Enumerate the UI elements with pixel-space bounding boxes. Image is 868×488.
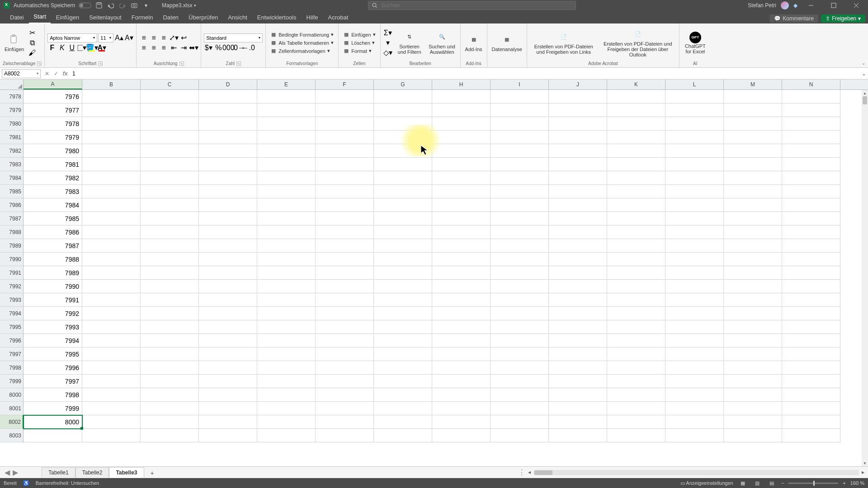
cell[interactable] [82,402,141,415]
cell[interactable] [199,293,257,307]
cell[interactable] [199,212,257,225]
table-row[interactable]: 79957993 [0,320,868,334]
cell[interactable] [724,429,782,442]
tab-daten[interactable]: Daten [158,12,183,23]
cell[interactable] [199,171,257,185]
cell[interactable] [665,253,724,266]
row-header[interactable]: 7988 [0,225,24,239]
cell[interactable] [141,198,199,212]
cell[interactable] [199,117,257,131]
share-button[interactable]: ⇪ Freigeben ▾ [821,14,865,23]
tab-ueberpruefen[interactable]: Überprüfen [184,12,222,23]
cell[interactable] [257,402,316,415]
cell[interactable] [199,429,257,442]
cell[interactable] [782,415,840,429]
cell[interactable] [141,144,199,158]
redo-icon[interactable] [118,1,127,9]
cell[interactable] [374,307,432,320]
cell[interactable] [199,402,257,415]
copy-icon[interactable]: ⧉ [28,38,37,47]
cell[interactable] [199,239,257,253]
cell[interactable] [432,185,491,198]
cell[interactable] [199,185,257,198]
cell[interactable] [724,185,782,198]
cell[interactable] [432,131,491,144]
cell[interactable] [724,144,782,158]
cell[interactable] [82,225,141,239]
cell[interactable] [491,131,549,144]
cell[interactable] [491,185,549,198]
cell[interactable] [199,361,257,375]
cell[interactable]: 7999 [24,402,82,415]
cell[interactable] [141,361,199,375]
cell[interactable] [782,253,840,266]
cell[interactable] [782,347,840,361]
cell[interactable] [141,239,199,253]
cell[interactable] [665,320,724,334]
cell[interactable] [316,198,374,212]
cell[interactable] [665,415,724,429]
save-icon[interactable] [95,1,103,9]
clear-icon[interactable]: ◇▾ [383,48,392,57]
row-header[interactable]: 7987 [0,212,24,225]
cell[interactable] [82,388,141,402]
table-row[interactable]: 79967994 [0,334,868,347]
cell[interactable] [549,320,607,334]
cell[interactable] [782,320,840,334]
cell[interactable] [665,225,724,239]
cell[interactable] [82,375,141,388]
cell[interactable] [491,347,549,361]
cell[interactable] [316,131,374,144]
collapse-ribbon-icon[interactable]: ⌄ [862,61,865,66]
cell[interactable] [491,280,549,293]
cell[interactable] [549,388,607,402]
cell[interactable] [607,429,665,442]
row-header[interactable]: 7979 [0,103,24,117]
cell[interactable] [374,347,432,361]
cell[interactable] [199,415,257,429]
row-header[interactable]: 7989 [0,239,24,253]
cell[interactable] [316,171,374,185]
table-row[interactable]: 8003 [0,429,868,442]
table-row[interactable]: 79907988 [0,253,868,266]
scroll-up-icon[interactable]: ▲ [862,90,868,96]
cell[interactable] [549,185,607,198]
cell[interactable] [607,185,665,198]
cell[interactable] [374,212,432,225]
cell[interactable] [432,239,491,253]
cell[interactable] [316,103,374,117]
cell[interactable] [141,158,199,171]
cell[interactable]: 7979 [24,131,82,144]
cell[interactable]: 7987 [24,239,82,253]
cell[interactable] [316,320,374,334]
row-header[interactable]: 7993 [0,293,24,307]
zoom-out-icon[interactable]: − [781,480,784,486]
cell[interactable] [549,103,607,117]
cell[interactable] [82,158,141,171]
acrobat-links-button[interactable]: 📄Erstellen von PDF-Dateien und Freigeben… [530,30,598,56]
maximize-button[interactable] [825,0,843,11]
formula-value[interactable]: 1 [70,70,860,77]
row-header[interactable]: 8001 [0,402,24,415]
cell[interactable] [432,347,491,361]
indent-increase-icon[interactable]: ⇥ [179,43,188,52]
cell[interactable] [316,90,374,103]
cell[interactable] [724,253,782,266]
cell[interactable] [724,415,782,429]
fill-icon[interactable]: ▾ [383,38,392,47]
cell[interactable] [724,280,782,293]
cell[interactable] [782,225,840,239]
cell[interactable] [82,266,141,280]
cell[interactable] [374,415,432,429]
cell[interactable] [607,103,665,117]
cell[interactable] [432,361,491,375]
cell[interactable] [665,429,724,442]
row-header[interactable]: 7978 [0,90,24,103]
cell[interactable] [199,225,257,239]
cell[interactable] [316,117,374,131]
cell[interactable] [82,103,141,117]
decrease-font-icon[interactable]: A▾ [124,33,133,42]
cell[interactable] [607,320,665,334]
cell[interactable] [432,117,491,131]
row-header[interactable]: 7994 [0,307,24,320]
